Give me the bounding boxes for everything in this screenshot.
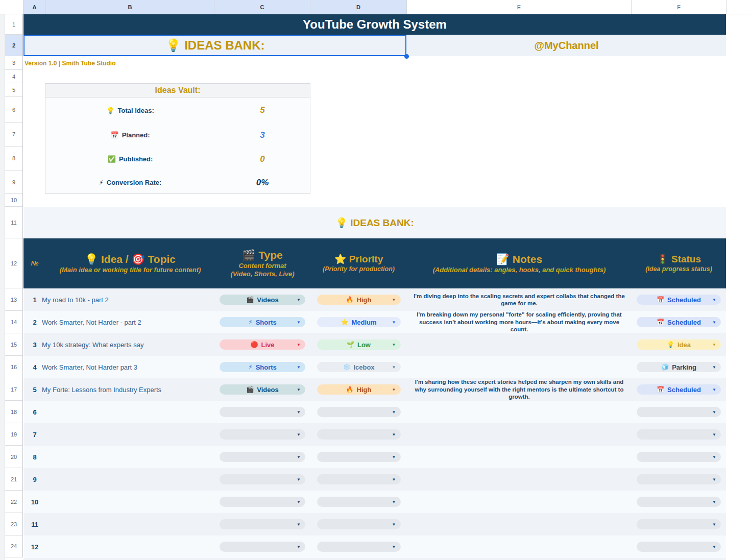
- status-dropdown[interactable]: [637, 497, 721, 507]
- notes-cell[interactable]: [407, 535, 632, 558]
- type-dropdown[interactable]: [220, 497, 305, 507]
- status-dropdown[interactable]: [637, 474, 721, 484]
- ideas-vault-title[interactable]: Ideas Vault:: [45, 84, 310, 98]
- stat-value[interactable]: 0: [215, 147, 310, 171]
- row-header-19[interactable]: 19: [5, 423, 23, 446]
- version-cell[interactable]: Version 1.0 | Smith Tube Studio: [25, 56, 116, 70]
- corner-cell[interactable]: [0, 0, 23, 14]
- row-header-6[interactable]: 6: [5, 97, 23, 123]
- row-header-18[interactable]: 18: [5, 401, 23, 423]
- priority-dropdown[interactable]: 🔥High: [317, 384, 401, 395]
- status-dropdown[interactable]: 📅Scheduled: [637, 295, 721, 305]
- notes-cell[interactable]: [407, 423, 632, 446]
- idea-title-cell[interactable]: [42, 491, 212, 513]
- notes-cell[interactable]: I'm breaking down my personal "forte" fo…: [407, 311, 632, 333]
- idea-title-cell[interactable]: [42, 535, 212, 558]
- idea-title-cell[interactable]: [42, 401, 212, 423]
- status-dropdown[interactable]: [637, 429, 721, 440]
- priority-dropdown[interactable]: [317, 407, 401, 417]
- idea-title-cell[interactable]: [42, 446, 212, 468]
- row-header-7[interactable]: 7: [5, 123, 23, 147]
- col-header-num[interactable]: №: [23, 238, 46, 288]
- fill-handle[interactable]: [404, 54, 409, 59]
- notes-cell[interactable]: I'm diving deep into the scaling secrets…: [407, 288, 632, 311]
- column-header-a[interactable]: A: [23, 0, 46, 14]
- type-dropdown[interactable]: 🎬Videos: [220, 384, 305, 395]
- status-dropdown[interactable]: [637, 452, 721, 462]
- idea-title-cell[interactable]: My road to 10k - part 2: [42, 288, 212, 311]
- priority-dropdown[interactable]: 🔥High: [317, 295, 401, 305]
- type-dropdown[interactable]: [220, 429, 305, 440]
- priority-dropdown[interactable]: [317, 429, 401, 440]
- type-dropdown[interactable]: [220, 407, 305, 417]
- row-header-23[interactable]: 23: [5, 513, 23, 535]
- col-header-priority[interactable]: ⭐ Priority (Priority for production): [310, 238, 407, 288]
- ideas-bank-section-title[interactable]: 💡 IDEAS BANK:: [23, 207, 726, 238]
- type-dropdown[interactable]: [220, 452, 305, 462]
- channel-cell[interactable]: @MyChannel: [407, 35, 726, 56]
- row-header-13[interactable]: 13: [5, 288, 23, 311]
- stat-conversion-rate[interactable]: ⚡ Conversion Rate: 0%: [45, 171, 310, 194]
- type-dropdown[interactable]: [220, 519, 305, 529]
- row-header-1[interactable]: 1: [5, 14, 23, 35]
- row-header-14[interactable]: 14: [5, 311, 23, 333]
- notes-cell[interactable]: [407, 513, 632, 535]
- stat-value[interactable]: 5: [215, 98, 310, 123]
- priority-dropdown[interactable]: ⭐Medium: [317, 317, 401, 327]
- stat-planned[interactable]: 📅 Planned: 3: [45, 123, 310, 147]
- col-header-idea[interactable]: 💡 Idea / 🎯 Topic (Main idea or working t…: [46, 238, 214, 288]
- idea-title-cell[interactable]: Work Smarter, Not Harder - part 2: [42, 311, 212, 333]
- type-dropdown[interactable]: [220, 474, 305, 484]
- col-header-notes[interactable]: 📝 Notes (Additional details: angles, hoo…: [407, 238, 632, 288]
- priority-dropdown[interactable]: [317, 519, 401, 529]
- notes-cell[interactable]: [407, 491, 632, 513]
- column-header-d[interactable]: D: [310, 0, 407, 14]
- stat-total-ideas[interactable]: 💡 Total ideas: 5: [45, 98, 310, 123]
- row-header-17[interactable]: 17: [5, 378, 23, 401]
- notes-cell[interactable]: I'm sharing how these expert stories hel…: [407, 378, 632, 401]
- row-header-16[interactable]: 16: [5, 356, 23, 378]
- notes-cell[interactable]: [407, 356, 632, 378]
- type-dropdown[interactable]: [220, 542, 305, 552]
- sheet-title-banner[interactable]: YouTube Growth System: [23, 14, 726, 35]
- column-header-b[interactable]: B: [46, 0, 214, 14]
- stat-value[interactable]: 3: [215, 123, 310, 147]
- priority-dropdown[interactable]: [317, 542, 401, 552]
- type-dropdown[interactable]: 🔴Live: [220, 339, 305, 350]
- status-dropdown[interactable]: [637, 519, 721, 529]
- notes-cell[interactable]: [407, 333, 632, 356]
- idea-title-cell[interactable]: My Forte: Lessons from Industry Experts: [42, 378, 212, 401]
- status-dropdown[interactable]: [637, 407, 721, 417]
- col-header-type[interactable]: 🎬 Type Content format (Video, Shorts, Li…: [214, 238, 310, 288]
- status-dropdown[interactable]: [637, 542, 721, 552]
- row-header-21[interactable]: 21: [5, 468, 23, 491]
- status-dropdown[interactable]: 📅Scheduled: [637, 384, 721, 395]
- priority-dropdown[interactable]: [317, 497, 401, 507]
- row-header-8[interactable]: 8: [5, 147, 23, 171]
- row-header-3[interactable]: 3: [5, 56, 23, 70]
- status-dropdown[interactable]: 🧊Parking: [637, 362, 721, 372]
- row-header-20[interactable]: 20: [5, 446, 23, 468]
- row-header-5[interactable]: 5: [5, 83, 23, 97]
- priority-dropdown[interactable]: ❄️Icebox: [317, 362, 401, 372]
- idea-title-cell[interactable]: [42, 513, 212, 535]
- notes-cell[interactable]: [407, 468, 632, 491]
- column-header-f[interactable]: F: [632, 0, 726, 14]
- idea-title-cell[interactable]: [42, 423, 212, 446]
- stat-value[interactable]: 0%: [215, 171, 310, 194]
- idea-title-cell[interactable]: My 10k strategy: What experts say: [42, 333, 212, 356]
- row-header-9[interactable]: 9: [5, 171, 23, 194]
- row-header-12[interactable]: 12: [5, 238, 23, 288]
- row-header-2[interactable]: 2: [5, 35, 23, 56]
- column-header-c[interactable]: C: [214, 0, 310, 14]
- priority-dropdown[interactable]: [317, 452, 401, 462]
- idea-title-cell[interactable]: [42, 468, 212, 491]
- row-header-24[interactable]: 24: [5, 535, 23, 557]
- column-header-g-partial[interactable]: [726, 0, 751, 14]
- row-header-22[interactable]: 22: [5, 491, 23, 513]
- stat-published[interactable]: ✅ Published: 0: [45, 147, 310, 171]
- idea-title-cell[interactable]: Work Smarter, Not Harder part 3: [42, 356, 212, 378]
- status-dropdown[interactable]: 📅Scheduled: [637, 317, 721, 327]
- notes-cell[interactable]: [407, 446, 632, 468]
- col-header-status[interactable]: 🚦 Status (Idea progress status): [632, 238, 726, 288]
